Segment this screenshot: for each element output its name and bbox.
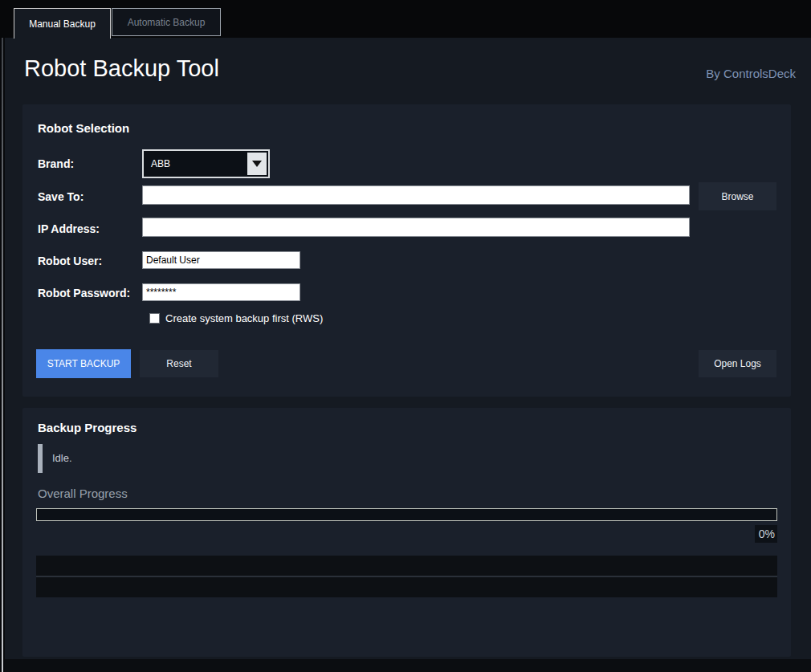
tab-manual-backup-label: Manual Backup	[29, 18, 96, 30]
rws-checkbox[interactable]	[149, 313, 160, 324]
byline: By ControlsDeck	[706, 67, 796, 80]
start-backup-button[interactable]: START BACKUP	[36, 349, 131, 378]
backup-progress-heading: Backup Progress	[38, 421, 137, 434]
robot-selection-panel: Robot Selection Brand: ABB Save To: Brow…	[22, 104, 791, 397]
overall-progress-label: Overall Progress	[38, 487, 128, 500]
robot-password-label: Robot Password:	[38, 287, 130, 299]
status-text: Idle.	[52, 452, 72, 464]
app-window: Manual Backup Automatic Backup Robot Bac…	[0, 0, 811, 672]
rws-checkbox-row: Create system backup first (RWS)	[149, 312, 323, 324]
tab-bar: Manual Backup Automatic Backup	[0, 0, 811, 38]
window-bottom-strip	[5, 659, 811, 672]
dropdown-arrow-icon[interactable]	[247, 153, 267, 175]
tab-automatic-backup[interactable]: Automatic Backup	[112, 8, 221, 36]
rws-checkbox-label: Create system backup first (RWS)	[165, 312, 323, 324]
log-list-row	[36, 577, 777, 597]
robot-user-input[interactable]	[142, 251, 300, 269]
browse-button[interactable]: Browse	[699, 182, 776, 210]
status-accent-bar	[38, 444, 43, 473]
progress-percent: 0%	[755, 525, 777, 543]
overall-progress-bar	[36, 508, 777, 521]
window-edge-highlight	[2, 5, 3, 672]
brand-label: Brand:	[38, 157, 74, 170]
log-list-row	[36, 556, 777, 576]
save-to-label: Save To:	[38, 190, 84, 203]
robot-password-input[interactable]	[142, 283, 300, 301]
tab-automatic-backup-label: Automatic Backup	[128, 17, 206, 28]
robot-selection-heading: Robot Selection	[38, 121, 129, 135]
page-title: Robot Backup Tool	[24, 55, 219, 82]
main-content: Robot Backup Tool By ControlsDeck Robot …	[5, 38, 811, 672]
open-logs-button[interactable]: Open Logs	[699, 350, 776, 377]
tab-manual-backup[interactable]: Manual Backup	[14, 8, 111, 39]
reset-button[interactable]: Reset	[140, 350, 218, 377]
save-to-input[interactable]	[142, 185, 690, 205]
caret-down-icon	[252, 161, 262, 167]
robot-user-label: Robot User:	[38, 255, 102, 267]
ip-address-label: IP Address:	[38, 222, 100, 235]
brand-selected-value: ABB	[151, 158, 170, 169]
ip-address-input[interactable]	[142, 218, 690, 237]
backup-progress-panel: Backup Progress Idle. Overall Progress 0…	[22, 408, 791, 657]
brand-select[interactable]: ABB	[142, 149, 270, 178]
